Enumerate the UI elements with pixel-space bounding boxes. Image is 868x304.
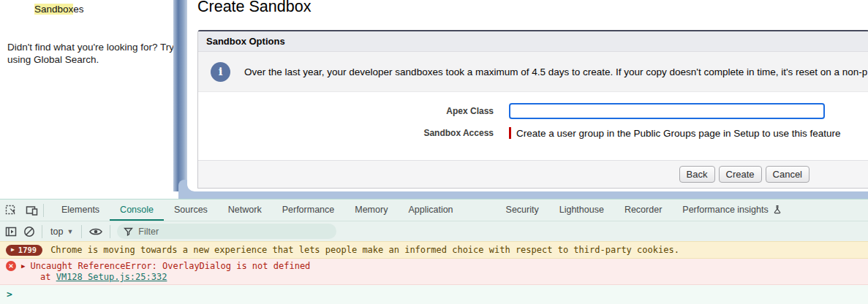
tab-performance-insights[interactable]: Performance insights [672,200,791,221]
tab-network[interactable]: Network [218,200,272,221]
info-icon: i [211,62,230,82]
section-footer: Back Create Cancel [198,160,868,188]
live-expression-eye-icon[interactable] [88,227,103,237]
apex-class-row: Apex Class [198,103,868,119]
flask-icon [773,205,782,214]
page-title: Create Sandbox [197,0,311,16]
tab-recorder[interactable]: Recorder [614,200,672,221]
create-button[interactable]: Create [719,166,762,183]
expand-triangle-icon: ▶ [11,246,15,254]
tab-lighthouse[interactable]: Lighthouse [549,200,614,221]
stack-frame-prefix: at [40,272,50,282]
warning-message: Chrome is moving towards a new experienc… [50,245,679,255]
cancel-button[interactable]: Cancel [766,166,809,183]
screen: Sandboxes Didn't find what you're lookin… [0,0,868,304]
content-panel: Create Sandbox Sandbox Options i Over th… [187,0,868,191]
javascript-context-dropdown[interactable]: top ▼ [49,227,75,237]
stack-frame-link[interactable]: VM128 Setup.js:25:332 [56,272,167,282]
repeat-count: 1799 [18,246,37,254]
error-icon: ✕ [6,261,16,271]
tab-sources[interactable]: Sources [164,200,218,221]
devtools-panel: Elements Console Sources Network Perform… [0,199,868,304]
console-prompt[interactable]: > [0,285,868,303]
apex-class-label: Apex Class [198,106,494,116]
error-message: Uncaught ReferenceError: OverlayDialog i… [30,261,310,271]
sandbox-access-row: Sandbox Access Create a user group in th… [198,127,868,139]
tab-application[interactable]: Application [398,200,463,221]
tab-console[interactable]: Console [110,200,164,221]
sidebar-help-text: Didn't find what you're looking for? Try… [7,41,177,66]
prompt-chevron-icon: > [7,289,12,300]
console-messages: ▶ 1799 Chrome is moving towards a new ex… [0,241,868,304]
info-banner: i Over the last year, your developer san… [198,52,868,92]
sandbox-access-note: Create a user group in the Public Groups… [516,128,841,139]
devtools-tab-bar: Elements Console Sources Network Perform… [0,200,868,221]
clear-console-icon[interactable] [23,226,35,238]
tab-performance[interactable]: Performance [272,200,345,221]
sandbox-access-label: Sandbox Access [198,128,494,138]
search-match-rest: es [73,4,83,15]
apex-class-input[interactable] [509,103,825,119]
chevron-down-icon: ▼ [67,228,73,235]
repeat-count-badge[interactable]: ▶ 1799 [6,245,42,256]
console-filter[interactable] [117,224,336,239]
console-toolbar: top ▼ [0,221,868,241]
highlighted-search-match: Sandbox [34,4,73,15]
tab-security[interactable]: Security [496,200,549,221]
section-header: Sandbox Options [198,31,868,52]
expand-triangle-icon[interactable]: ▶ [21,262,25,270]
sandbox-form: Apex Class Sandbox Access Create a user … [198,92,868,139]
filter-funnel-icon [124,227,133,236]
inspect-element-icon[interactable] [5,204,18,216]
required-field-bar [509,127,511,139]
device-toolbar-icon[interactable] [26,205,39,216]
sandbox-options-section: Sandbox Options i Over the last year, yo… [197,30,868,189]
sidebar-search-result-sandboxes[interactable]: Sandboxes [34,4,84,15]
setup-background-gradient-bar [173,0,187,191]
back-button[interactable]: Back [679,166,715,183]
tab-memory[interactable]: Memory [344,200,398,221]
filter-input[interactable] [138,227,330,237]
info-message: Over the last year, your developer sandb… [244,66,867,77]
console-warning-row[interactable]: ▶ 1799 Chrome is moving towards a new ex… [0,241,868,259]
console-error-row[interactable]: ✕ ▶ Uncaught ReferenceError: OverlayDial… [0,259,868,285]
salesforce-page: Sandboxes Didn't find what you're lookin… [0,0,868,199]
devtools-tabs: Elements Console Sources Network Perform… [51,200,792,221]
console-sidebar-icon[interactable] [5,227,17,237]
tab-elements[interactable]: Elements [51,200,110,221]
